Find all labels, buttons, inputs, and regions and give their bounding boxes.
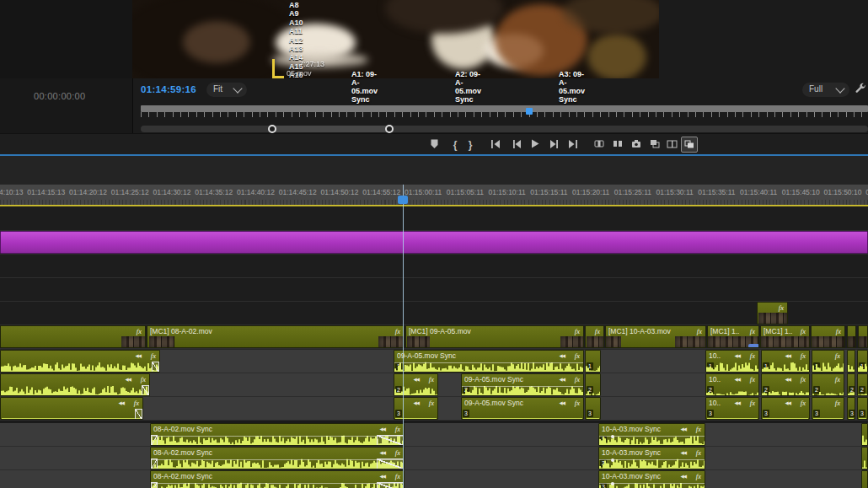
add-marker-button[interactable] — [426, 137, 442, 151]
clip-a1[interactable]: fx1 — [812, 350, 844, 373]
audio-fade-out[interactable] — [377, 482, 404, 488]
clip-label: 09-A-05.mov Sync — [464, 399, 571, 407]
clip-a2[interactable]: ◀◀fx — [0, 373, 150, 396]
clip-10-a-03-mov-sync[interactable]: 10-A-03.mov Sync◀◀fx3 — [598, 447, 705, 469]
clip-10-[interactable]: 10..◀◀fx2 — [705, 373, 759, 396]
track-a4[interactable]: 08-A-02.mov Sync◀◀fx10-A-03.mov Sync◀◀fx… — [0, 423, 868, 447]
clip-a1[interactable]: ◀◀fx1 — [761, 350, 810, 373]
clip-a2[interactable]: ◀◀fx2 — [761, 373, 810, 396]
clip--mc1-1-[interactable]: [MC1] 1..fx — [707, 325, 759, 348]
clip-thumbnail — [587, 336, 604, 348]
clip-a2[interactable]: 2 — [585, 373, 601, 396]
clip-a3[interactable]: 3 — [857, 397, 868, 420]
audio-fade-out[interactable] — [377, 459, 404, 469]
monitor-zoom-scrollbar[interactable] — [141, 126, 868, 132]
clip-a3[interactable]: 3 — [585, 397, 601, 420]
clip-v2[interactable]: fx — [757, 302, 788, 324]
clip--mc1-09-a-05-mov[interactable]: [MC1] 09-A-05.movfx — [405, 325, 584, 348]
audio-fade-out[interactable] — [135, 409, 142, 420]
go-to-out-button[interactable] — [565, 137, 581, 151]
multicam-view-button[interactable] — [664, 137, 679, 151]
clip-a3[interactable]: 3 — [847, 397, 855, 420]
track-v5[interactable] — [0, 231, 868, 255]
timeline-playhead-head[interactable] — [398, 196, 408, 204]
zoom-handle-left[interactable] — [268, 125, 276, 133]
timeline-playhead-line[interactable] — [403, 185, 404, 488]
audio-fade-in[interactable] — [151, 459, 158, 469]
clip-09-a-05-mov-sync[interactable]: 09-A-05.mov Sync◀◀fx3 — [461, 397, 584, 420]
track-a5[interactable]: 08-A-02.mov Sync◀◀fx10-A-03.mov Sync◀◀fx… — [0, 447, 868, 470]
clip-a6[interactable] — [861, 470, 868, 488]
clip-a2[interactable]: ◀◀fx2 — [394, 373, 438, 396]
clip-a1[interactable] — [847, 350, 855, 373]
audio-fade-out[interactable] — [142, 385, 149, 396]
clip-10-a-03-mov-sync[interactable]: 10-A-03.mov Sync◀◀fx3 — [598, 423, 705, 446]
monitor-playhead[interactable] — [526, 108, 533, 115]
track-v4[interactable] — [0, 255, 868, 278]
clip-a3[interactable]: fx3 — [812, 397, 844, 420]
adjustment-clip[interactable] — [0, 231, 868, 254]
clip-v1[interactable] — [858, 325, 868, 348]
clip-a1[interactable]: ◀◀fx — [0, 350, 160, 373]
clip-09-a-05-mov-sync[interactable]: 09-A-05.mov Sync◀◀fx1 — [394, 350, 584, 373]
clip-09-a-05-mov-sync[interactable]: 09-A-05.mov Sync◀◀fx2 — [461, 373, 584, 396]
clip-a2[interactable]: fx2 — [812, 373, 844, 396]
clip-a4[interactable] — [861, 423, 868, 446]
clip-a3[interactable]: ◀◀fx — [0, 397, 143, 420]
track-v3[interactable] — [0, 278, 868, 302]
settings-toggle-button[interactable] — [681, 137, 698, 153]
monitor-zoom-thumb[interactable] — [272, 126, 389, 132]
audio-fade-out[interactable] — [377, 435, 404, 446]
clip-08-a-02-mov-sync[interactable]: 08-A-02.mov Sync◀◀fx — [150, 423, 405, 446]
audio-fade-out[interactable] — [152, 362, 159, 373]
volume-keyframe[interactable] — [611, 459, 614, 462]
monitor-time-ruler[interactable] — [141, 105, 868, 112]
audio-fade-in[interactable] — [151, 435, 158, 446]
step-back-button[interactable] — [509, 137, 524, 151]
track-a3[interactable]: ◀◀fx◀◀fx309-A-05.mov Sync◀◀fx3310..◀◀fx3… — [0, 397, 868, 421]
track-v2[interactable]: fx — [0, 302, 868, 325]
clip-a3[interactable]: ◀◀fx3 — [394, 397, 438, 420]
lift-button[interactable] — [592, 137, 607, 151]
clip-08-a-02-mov-sync[interactable]: 08-A-02.mov Sync◀◀fx — [150, 447, 405, 469]
clip--mc1-1-[interactable]: [MC1] 1..fx — [760, 325, 810, 348]
play-button[interactable] — [528, 137, 543, 151]
clip-v1[interactable] — [847, 325, 856, 348]
clip-a2[interactable]: 2 — [857, 373, 868, 396]
settings-wrench-icon[interactable] — [855, 83, 866, 98]
track-a1[interactable]: ◀◀fx09-A-05.mov Sync◀◀fx1110..◀◀fx1◀◀fx1… — [0, 350, 868, 373]
step-forward-button[interactable] — [546, 137, 561, 151]
clip-08-a-02-mov-sync[interactable]: 08-A-02.mov Sync◀◀fx — [150, 470, 405, 488]
clip-a5[interactable] — [861, 447, 868, 469]
clip-a2[interactable]: 2 — [847, 373, 855, 396]
track-a2[interactable]: ◀◀fx◀◀fx209-A-05.mov Sync◀◀fx2210..◀◀fx2… — [0, 373, 868, 397]
zoom-handle-right[interactable] — [385, 125, 394, 133]
mark-in-button[interactable]: { — [447, 137, 463, 151]
clip-v1[interactable]: fx — [0, 325, 146, 348]
clip--mc1-10-a-03-mov[interactable]: [MC1] 10-A-03.movfx — [605, 325, 706, 348]
clip-10-[interactable]: 10..◀◀fx3 — [705, 397, 759, 420]
clip-a1[interactable]: 1 — [585, 350, 601, 373]
mark-out-button[interactable]: } — [463, 137, 478, 151]
volume-keyframe[interactable] — [611, 482, 614, 485]
clip-a3[interactable]: ◀◀fx3 — [761, 397, 810, 420]
zoom-level-select[interactable]: Fit — [206, 83, 247, 97]
track-v6[interactable] — [0, 206, 868, 231]
clip-10-[interactable]: 10..◀◀fx1 — [705, 350, 759, 373]
clip-a1[interactable]: 1 — [857, 350, 868, 373]
volume-keyframe[interactable] — [611, 435, 614, 438]
go-to-in-button[interactable] — [488, 137, 503, 151]
audio-fade-in[interactable] — [151, 482, 158, 488]
clip--mc1-08-a-02-mov[interactable]: [MC1] 08-A-02.movfx — [147, 325, 405, 348]
program-timecode[interactable]: 01:14:59:16 — [141, 84, 196, 94]
source-timecode[interactable]: 00:00:00:00 — [34, 91, 118, 101]
playback-quality-select[interactable]: Full — [802, 83, 849, 97]
comparison-view-button[interactable] — [647, 137, 662, 151]
export-frame-button[interactable] — [629, 137, 644, 151]
clip-10-a-03-mov-sync[interactable]: 10-A-03.mov Sync◀◀fx3 — [598, 470, 705, 488]
clip-v1[interactable]: fx — [585, 325, 604, 348]
clip-v1[interactable]: fx — [811, 325, 845, 348]
track-v1[interactable]: fx[MC1] 08-A-02.movfx[MC1] 09-A-05.movfx… — [0, 325, 868, 349]
extract-button[interactable] — [610, 137, 625, 151]
track-a6[interactable]: 08-A-02.mov Sync◀◀fx10-A-03.mov Sync◀◀fx… — [0, 470, 868, 488]
